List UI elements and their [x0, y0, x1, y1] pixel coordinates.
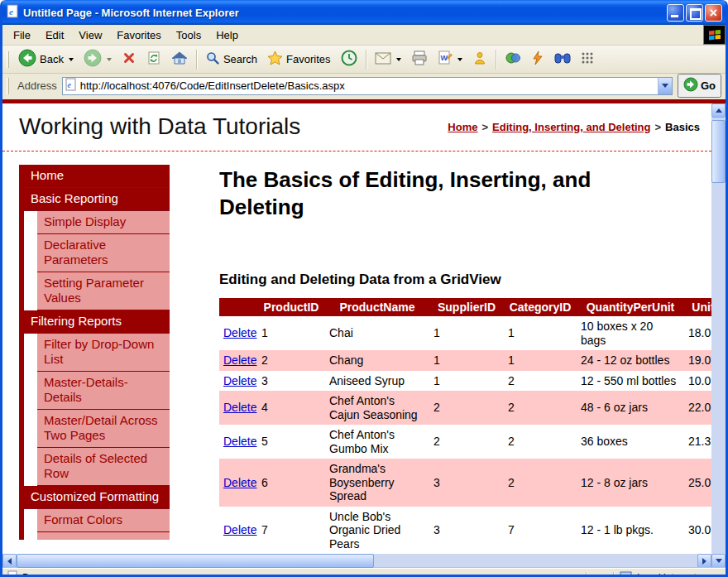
cell-supplierid: 2	[429, 391, 504, 425]
delete-link[interactable]: Delete	[223, 326, 256, 339]
globes-button[interactable]	[500, 48, 525, 70]
history-button[interactable]	[337, 47, 362, 71]
horizontal-scroll-thumb[interactable]	[17, 554, 374, 568]
refresh-button[interactable]	[142, 48, 165, 70]
cell-productid: 3	[257, 371, 325, 392]
scroll-down-icon	[716, 559, 722, 563]
grid-header-action	[219, 298, 257, 316]
print-icon	[411, 50, 428, 68]
favorites-button[interactable]: Favorites	[263, 48, 334, 70]
cell-categoryid: 1	[504, 316, 577, 350]
home-icon	[171, 50, 188, 68]
cell-productname: Chang	[325, 350, 429, 371]
horizontal-scroll-track[interactable]	[17, 554, 697, 568]
lightning-button[interactable]	[527, 48, 548, 70]
sidebar-item-format-colors[interactable]: Format Colors	[37, 509, 170, 532]
breadcrumb-section-link[interactable]: Editing, Inserting, and Deleting	[492, 121, 650, 133]
table-row: Delete 2 Chang 1 1 24 - 12 oz bottles 19…	[219, 350, 711, 371]
scroll-down-button[interactable]	[711, 554, 726, 568]
dropdown-arrow-icon	[662, 84, 668, 88]
toolbar-grip[interactable]	[7, 51, 9, 68]
grid-header-supplierid: SupplierID	[429, 298, 504, 316]
sidebar-item-declarative-parameters[interactable]: Declarative Parameters	[37, 234, 170, 272]
table-row: Delete 3 Aniseed Syrup 1 2 12 - 550 ml b…	[219, 371, 711, 392]
edit-button[interactable]: W	[433, 48, 467, 70]
grid-header-categoryid: CategoryID	[504, 298, 577, 316]
sidebar-item-setting-parameter-values[interactable]: Setting Parameter Values	[37, 272, 170, 310]
cell-unitprice: 30.0	[684, 507, 711, 555]
address-dropdown-button[interactable]	[658, 78, 672, 94]
status-separator	[613, 572, 614, 577]
lightning-icon	[531, 50, 544, 68]
scroll-up-button[interactable]	[711, 103, 726, 118]
sidebar-item-details-of-selected-row[interactable]: Details of Selected Row	[37, 448, 170, 486]
address-label: Address	[17, 79, 57, 92]
menu-file[interactable]: File	[6, 26, 38, 44]
cell-productname: Aniseed Syrup	[325, 371, 429, 392]
sidebar-item-master-detail-two-pages[interactable]: Master/Detail Across Two Pages	[37, 410, 170, 448]
table-row: Delete 7 Uncle Bob's Organic Dried Pears…	[219, 507, 711, 555]
cell-productid: 6	[257, 459, 325, 507]
binoculars-button[interactable]	[550, 49, 575, 70]
status-bar: e Done Local intranet	[2, 568, 726, 577]
table-row: Delete 4 Chef Anton's Cajun Seasoning 2 …	[219, 391, 711, 425]
menu-view[interactable]: View	[71, 26, 109, 44]
delete-link[interactable]: Delete	[223, 435, 256, 448]
messenger-button[interactable]	[468, 48, 491, 70]
menu-tools[interactable]: Tools	[169, 26, 208, 44]
stop-button[interactable]	[117, 48, 141, 70]
sidebar-item-filter-by-dropdown-list[interactable]: Filter by Drop-Down List	[37, 334, 170, 372]
scroll-left-button[interactable]	[2, 554, 17, 568]
addressbar-grip[interactable]	[7, 78, 9, 94]
close-button[interactable]	[705, 4, 722, 22]
windows-logo-icon	[703, 25, 726, 45]
sidebar-nav: Home Basic Reporting Simple Display Decl…	[19, 165, 170, 540]
delete-link[interactable]: Delete	[223, 353, 256, 367]
sidebar-item-simple-display[interactable]: Simple Display	[37, 211, 170, 234]
menu-bar: File Edit View Favorites Tools Help	[2, 25, 726, 46]
sidebar-item-master-details-details[interactable]: Master-Details-Details	[37, 372, 170, 410]
print-button[interactable]	[407, 48, 432, 70]
menu-edit[interactable]: Edit	[38, 26, 71, 44]
search-icon	[205, 50, 220, 68]
forward-button[interactable]	[79, 46, 116, 72]
vertical-scrollbar[interactable]	[711, 103, 726, 568]
breadcrumb-home-link[interactable]: Home	[448, 121, 477, 133]
grid-button[interactable]	[577, 49, 598, 70]
breadcrumb-separator: >	[481, 121, 488, 133]
breadcrumb-current: Basics	[665, 121, 700, 133]
svg-text:e: e	[10, 573, 13, 577]
sidebar-item-filtering-reports[interactable]: Filtering Reports	[24, 310, 170, 334]
sidebar-item-basic-reporting[interactable]: Basic Reporting	[24, 188, 170, 211]
sidebar-item-home[interactable]: Home	[24, 165, 170, 188]
horizontal-scrollbar[interactable]	[2, 554, 711, 568]
cell-quantityperunit: 10 boxes x 20 bags	[577, 316, 684, 350]
delete-link[interactable]: Delete	[223, 523, 256, 536]
delete-link[interactable]: Delete	[223, 476, 256, 489]
go-button[interactable]: Go	[678, 74, 721, 98]
mail-button[interactable]	[371, 50, 405, 70]
browser-content: Working with Data Tutorials Home>Editing…	[2, 99, 726, 568]
scroll-right-button[interactable]	[697, 554, 711, 568]
back-button[interactable]: Back	[14, 46, 78, 72]
vertical-scroll-thumb[interactable]	[711, 120, 726, 183]
menu-favorites[interactable]: Favorites	[109, 26, 168, 44]
delete-link[interactable]: Delete	[223, 374, 256, 387]
address-input[interactable]	[80, 79, 654, 94]
home-button[interactable]	[167, 48, 192, 70]
maximize-button[interactable]	[686, 4, 703, 22]
menu-help[interactable]: Help	[208, 26, 246, 44]
grid-icon	[581, 51, 594, 67]
search-button[interactable]: Search	[201, 48, 261, 70]
delete-link[interactable]: Delete	[223, 401, 256, 414]
cell-productname: Uncle Bob's Organic Dried Pears	[325, 507, 429, 555]
cell-supplierid: 3	[429, 459, 504, 507]
cell-categoryid: 2	[504, 371, 577, 392]
address-combobox[interactable]: e	[62, 77, 673, 95]
minimize-button[interactable]	[667, 4, 684, 22]
vertical-scroll-track[interactable]	[711, 118, 726, 554]
sidebar-item-customized-formatting[interactable]: Customized Formatting	[24, 486, 170, 509]
cell-productid: 2	[257, 350, 325, 371]
title-bar[interactable]: e Untitled Page - Microsoft Internet Exp…	[2, 0, 726, 25]
cell-unitprice: 18.0	[684, 316, 711, 350]
